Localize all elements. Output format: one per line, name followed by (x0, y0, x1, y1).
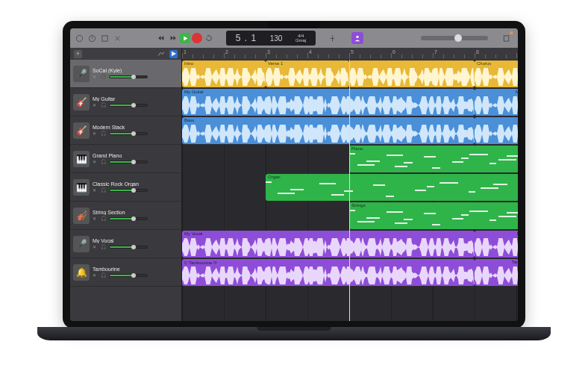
mute-button[interactable]: ✕ (93, 272, 98, 278)
track-name: My Guitar (93, 96, 178, 102)
laptop-frame: • ? 5 . 1 130 4/4 Gmaj (63, 21, 525, 328)
midi-region[interactable]: Strings (349, 202, 518, 229)
track-name: Modern Stack (93, 125, 178, 130)
solo-button[interactable]: 🎧 (101, 102, 107, 108)
camera-notch (268, 21, 320, 28)
playhead[interactable] (349, 60, 350, 321)
track-header[interactable]: 🎤SoCal (Kyle)✕🎧 (70, 60, 181, 88)
quickhelp-icon[interactable]: ? (87, 34, 96, 43)
audio-region[interactable]: Tambourine (475, 259, 518, 286)
master-volume-slider[interactable] (421, 36, 488, 40)
library-icon[interactable] (75, 34, 84, 43)
add-track-button[interactable]: + (74, 50, 82, 58)
mute-button[interactable]: ✕ (93, 131, 98, 137)
waveform (182, 125, 475, 143)
waveform (182, 238, 475, 256)
master-track-button[interactable] (351, 32, 363, 44)
tempo-display: 130 (270, 34, 283, 43)
scissors-icon[interactable] (113, 34, 122, 43)
track-header[interactable]: 🎸Modern Stack✕🎧 (70, 116, 181, 145)
region-label: My Vocal (477, 231, 518, 236)
track-volume-slider[interactable] (109, 217, 148, 220)
position-display: 5 . 1 (236, 33, 257, 43)
waveform (475, 238, 518, 256)
record-button[interactable] (192, 33, 202, 43)
track-header[interactable]: 🎸My Guitar✕🎧 (70, 88, 181, 116)
mute-button[interactable]: ✕ (93, 216, 98, 222)
track-volume-slider[interactable] (109, 132, 148, 135)
audio-region[interactable]: My Vocal (182, 231, 475, 258)
track-volume-slider[interactable] (109, 274, 148, 277)
audio-region[interactable]: Verse 1 (266, 60, 349, 87)
audio-region[interactable]: Intro (182, 60, 266, 87)
toolbar: • ? 5 . 1 130 4/4 Gmaj (70, 28, 518, 48)
track-header[interactable]: 🔔Tambourine✕🎧 (70, 258, 181, 287)
waveform (182, 267, 475, 284)
track-list: 🎤SoCal (Kyle)✕🎧🎸My Guitar✕🎧🎸Modern Stack… (70, 60, 182, 321)
notepad-icon[interactable] (501, 34, 510, 43)
region-label: Strings (351, 203, 518, 208)
track-header[interactable]: 🎹Grand Piano✕🎧 (70, 145, 181, 173)
region-label: C Tambourine ⟳ (184, 260, 472, 265)
audio-region[interactable] (349, 60, 475, 87)
play-button[interactable] (180, 33, 190, 43)
ruler-bar-number: 6 (392, 49, 395, 54)
guitar-icon: 🎸 (73, 94, 90, 110)
solo-button[interactable]: 🎧 (101, 216, 107, 222)
lcd-display[interactable]: 5 . 1 130 4/4 Gmaj (226, 31, 316, 46)
mute-button[interactable]: ✕ (93, 102, 98, 108)
audio-region[interactable]: C Tambourine ⟳ (182, 259, 475, 286)
audio-region[interactable]: Chorus (475, 60, 518, 87)
ruler-bar-number: 3 (267, 49, 270, 54)
mute-button[interactable]: ✕ (93, 244, 98, 250)
track-header-bar: + 123456789 (70, 48, 518, 60)
svg-rect-3 (101, 35, 107, 40)
svg-point-0 (76, 35, 82, 41)
track-header[interactable]: 🎻String Section✕🎧 (70, 202, 181, 230)
automation-icon[interactable] (157, 50, 165, 58)
mute-button[interactable]: ✕ (93, 74, 98, 80)
workspace: 🎤SoCal (Kyle)✕🎧🎸My Guitar✕🎧🎸Modern Stack… (70, 60, 518, 321)
track-volume-slider[interactable] (109, 75, 148, 78)
mute-button[interactable]: ✕ (93, 187, 98, 193)
track-name: String Section (93, 210, 178, 215)
solo-button[interactable]: 🎧 (101, 187, 107, 193)
track-name: My Vocal (93, 238, 178, 243)
ruler-bar-number: 4 (309, 49, 312, 54)
cycle-button[interactable] (204, 33, 214, 43)
region-label: Piano (351, 146, 518, 151)
region-label: Chorus (477, 61, 518, 66)
mute-button[interactable]: ✕ (93, 159, 98, 165)
track-volume-slider[interactable] (109, 161, 148, 163)
solo-button[interactable]: 🎧 (101, 272, 107, 278)
region-label: My Guitar (184, 90, 472, 94)
midi-region[interactable]: Organ (266, 174, 518, 201)
track-volume-slider[interactable] (109, 246, 148, 249)
solo-button[interactable]: 🎧 (101, 131, 107, 137)
svg-point-4 (356, 36, 358, 38)
region-label: Organ (268, 175, 518, 179)
audio-region[interactable]: My Guitar (475, 89, 518, 116)
audio-region[interactable]: My Guitar (182, 89, 475, 116)
catch-playhead-icon[interactable] (169, 50, 178, 58)
forward-button[interactable] (168, 33, 178, 43)
track-volume-slider[interactable] (109, 189, 148, 192)
editors-icon[interactable] (100, 34, 109, 43)
ruler-bar-number: 5 (351, 49, 354, 54)
arrange-area[interactable]: IntroVerse 1ChorusMy GuitarMy GuitarBass… (182, 60, 518, 321)
tuner-icon[interactable] (328, 34, 337, 43)
audio-region[interactable]: My Vocal (475, 231, 518, 258)
signature-display: 4/4 Gmaj (295, 34, 306, 43)
rewind-button[interactable] (156, 33, 166, 43)
audio-region[interactable]: Bass (475, 117, 518, 144)
track-header[interactable]: 🎹Classic Rock Organ✕🎧 (70, 173, 181, 202)
region-label: Tambourine (477, 260, 518, 264)
solo-button[interactable]: 🎧 (101, 244, 107, 250)
track-volume-slider[interactable] (109, 104, 148, 107)
solo-button[interactable]: 🎧 (101, 74, 107, 80)
midi-region[interactable]: Piano (349, 146, 518, 172)
audio-region[interactable]: Bass (182, 117, 475, 144)
solo-button[interactable]: 🎧 (101, 159, 107, 165)
bar-ruler[interactable]: 123456789 (182, 48, 518, 60)
track-header[interactable]: 🎤My Vocal✕🎧 (70, 230, 181, 258)
